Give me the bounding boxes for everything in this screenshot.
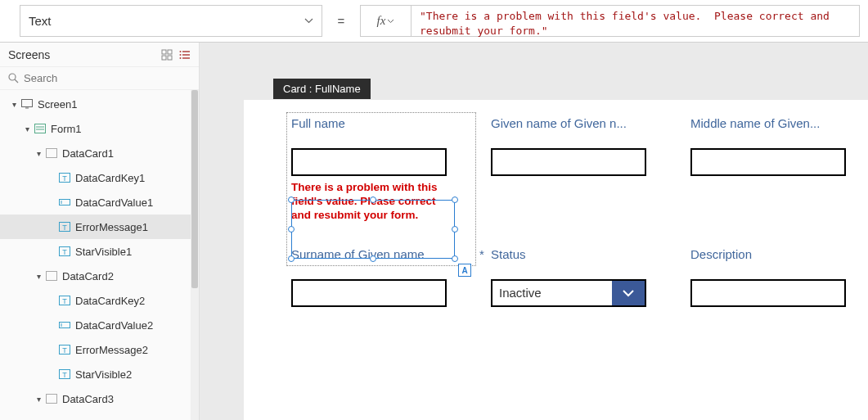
form-surface: Full nameThere is a problem with this fi… — [244, 100, 868, 420]
tree-item-datacardkey2[interactable]: TDataCardKey2 — [0, 288, 199, 313]
svg-text:T: T — [62, 224, 67, 232]
screens-header: Screens — [0, 43, 199, 67]
datacard[interactable]: Middle name of Given... — [690, 116, 867, 223]
selection-label-chip: Card : FullName — [273, 79, 371, 99]
fx-button[interactable]: fx — [361, 6, 412, 36]
text-icon: T — [57, 345, 72, 355]
tree-item-label: DataCard2 — [59, 270, 114, 282]
tree-item-errormessage1[interactable]: TErrorMessage1 — [0, 215, 199, 239]
canvas[interactable]: Card : FullName Full nameThere is a prob… — [200, 43, 868, 420]
tree-item-label: DataCardValue2 — [72, 319, 153, 332]
chevron-down-icon — [387, 19, 394, 24]
caret-icon[interactable]: ▾ — [33, 272, 44, 281]
svg-text:T: T — [62, 174, 67, 183]
card-icon — [44, 271, 59, 281]
text-icon: T — [57, 222, 72, 232]
tree-view[interactable]: ▾Screen1▾Form1▾DataCard1TDataCardKey1Dat… — [0, 90, 199, 420]
tree-item-errormessage2[interactable]: TErrorMessage2 — [0, 337, 199, 362]
svg-rect-2 — [162, 56, 166, 60]
tree-item-label: Form1 — [47, 123, 82, 135]
tree-item-starvisible1[interactable]: TStarVisible1 — [0, 239, 199, 264]
datacard[interactable]: Surname of Given name — [291, 247, 468, 307]
svg-rect-20 — [60, 200, 70, 205]
field-label: Middle name of Given... — [690, 116, 867, 130]
field-label: Status — [491, 247, 668, 261]
svg-rect-29 — [60, 323, 70, 328]
error-message[interactable]: There is a problem with this field's val… — [291, 181, 447, 223]
form-icon — [33, 124, 47, 133]
tree-item-datacardkey1[interactable]: TDataCardKey1 — [0, 165, 199, 190]
svg-rect-35 — [47, 395, 57, 404]
chevron-down-icon[interactable] — [612, 281, 645, 305]
tree-item-datacard1[interactable]: ▾DataCard1 — [0, 141, 199, 165]
scrollbar[interactable] — [191, 90, 199, 420]
tree-item-datacard3[interactable]: ▾DataCard3 — [0, 386, 199, 411]
property-dropdown[interactable]: Text — [20, 5, 322, 37]
tree-item-datacardvalue1[interactable]: DataCardValue1 — [0, 190, 199, 215]
chevron-down-icon — [304, 18, 313, 24]
svg-rect-17 — [47, 149, 57, 158]
svg-point-10 — [9, 74, 16, 80]
card-icon — [44, 148, 59, 158]
search-icon — [8, 73, 19, 84]
svg-text:T: T — [62, 371, 67, 379]
svg-point-9 — [180, 57, 182, 59]
tree-item-label: Screen1 — [34, 98, 77, 111]
field-label: Given name of Given n... — [491, 116, 668, 130]
tree-item-label: StarVisible2 — [72, 368, 132, 381]
formula-bar: Text = fx "There is a problem with this … — [0, 0, 868, 43]
caret-icon[interactable]: ▾ — [21, 124, 33, 133]
svg-text:T: T — [62, 297, 67, 305]
tree-item-screen1[interactable]: ▾Screen1 — [0, 92, 199, 116]
list-view-icon[interactable] — [179, 49, 191, 61]
tree-item-label: DataCardKey1 — [72, 172, 145, 184]
screens-panel: Screens ▾Screen1▾Form1▾DataCard1TDataCar… — [0, 43, 200, 420]
tree-item-label: DataCardValue1 — [72, 196, 153, 209]
text-input[interactable] — [291, 279, 447, 307]
input-icon — [57, 197, 72, 207]
caret-icon[interactable]: ▾ — [33, 149, 44, 158]
text-input[interactable] — [690, 279, 846, 307]
caret-icon[interactable]: ▾ — [8, 100, 20, 109]
tree-item-datacard2[interactable]: ▾DataCard2 — [0, 264, 199, 288]
tree-item-starvisible2[interactable]: TStarVisible2 — [0, 362, 199, 386]
search-input[interactable] — [24, 72, 191, 84]
svg-point-8 — [180, 54, 182, 56]
property-label: Text — [29, 14, 52, 28]
datacard[interactable]: Description — [690, 247, 867, 307]
svg-rect-12 — [22, 100, 33, 107]
text-input[interactable] — [491, 148, 646, 176]
text-input[interactable] — [291, 148, 447, 176]
svg-point-7 — [180, 51, 182, 52]
status-dropdown[interactable]: Inactive — [491, 279, 646, 307]
tree-item-label: DataCard1 — [59, 147, 114, 160]
input-icon — [57, 320, 72, 330]
tree-item-datacardvalue2[interactable]: DataCardValue2 — [0, 313, 199, 337]
equals-sign: = — [331, 5, 352, 37]
fields-grid: Full nameThere is a problem with this fi… — [291, 116, 868, 307]
svg-rect-3 — [168, 56, 172, 60]
formula-input[interactable]: "There is a problem with this field's va… — [412, 6, 859, 36]
formula-container: fx "There is a problem with this field's… — [360, 5, 860, 37]
text-input[interactable] — [690, 148, 846, 176]
grid-view-icon[interactable] — [161, 49, 173, 61]
text-icon: T — [57, 369, 72, 379]
svg-rect-26 — [47, 272, 57, 281]
svg-rect-1 — [168, 50, 172, 54]
field-label: Description — [690, 247, 867, 261]
caret-icon[interactable]: ▾ — [33, 395, 44, 404]
field-label: Full name — [291, 116, 468, 130]
datacard[interactable]: Full nameThere is a problem with this fi… — [291, 116, 468, 223]
text-icon: T — [57, 246, 72, 256]
datacard[interactable]: Status*Inactive — [491, 247, 668, 307]
dropdown-value: Inactive — [492, 286, 612, 300]
tree-item-form1[interactable]: ▾Form1 — [0, 116, 199, 141]
svg-line-11 — [15, 79, 18, 83]
accessibility-badge[interactable]: A — [458, 264, 471, 277]
svg-text:T: T — [62, 248, 67, 256]
tree-item-label: ErrorMessage2 — [72, 344, 148, 356]
datacard[interactable]: Given name of Given n... — [491, 116, 668, 223]
tree-item-label: StarVisible1 — [72, 246, 132, 258]
svg-rect-0 — [162, 50, 166, 54]
text-icon: T — [57, 296, 72, 305]
